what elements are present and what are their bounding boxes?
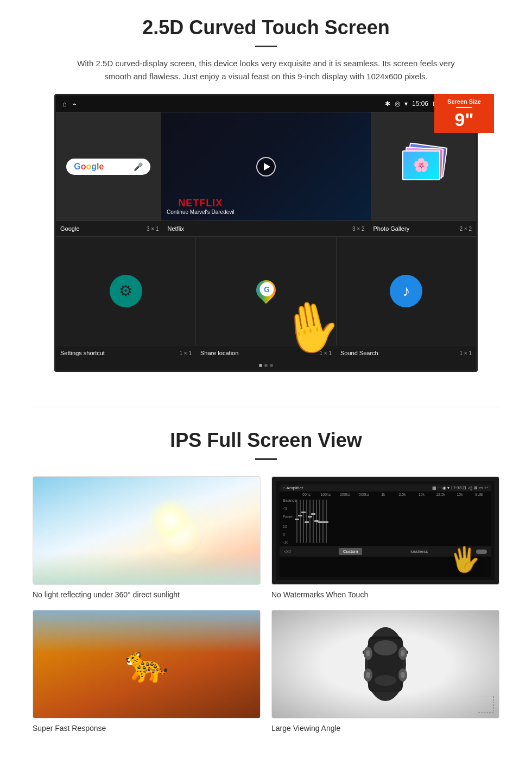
svg-rect-4	[370, 637, 401, 639]
netflix-overlay: NETFLIX Continue Marvel's Daredevil	[167, 198, 235, 215]
gmaps-g-letter: G	[259, 282, 274, 296]
sound-icon-wrap: ♪	[390, 275, 422, 307]
sun-glare	[155, 509, 204, 558]
status-bar: ⌂ ⌁ ✱ ◎ ▾ 15:06 ⊡ ◁) ⊠ ▭	[56, 96, 476, 112]
gallery-label: Photo Gallery 2 × 2	[369, 224, 477, 233]
screen-size-badge: Screen Size 9"	[434, 94, 494, 133]
amp-slider-6[interactable]	[313, 500, 314, 543]
ground-reflection	[33, 552, 260, 584]
google-search-bar[interactable]: Google 🎤	[66, 159, 150, 175]
netflix-subtitle: Continue Marvel's Daredevil	[167, 209, 235, 215]
device-screen: ⌂ ⌁ ✱ ◎ ▾ 15:06 ⊡ ◁) ⊠ ▭	[54, 94, 478, 372]
sound-label-dim: 1 × 1	[459, 350, 472, 356]
amp-level-labels: Balance ◁) Fader 10 0 -10	[283, 497, 296, 545]
netflix-play-button[interactable]	[256, 157, 276, 176]
google-mic-icon[interactable]: 🎤	[134, 162, 143, 171]
settings-gear-icon: ⚙	[119, 282, 132, 300]
section-divider	[33, 407, 499, 407]
google-logo: Google	[74, 162, 104, 172]
gmaps-pin-icon: G	[255, 280, 277, 302]
status-bar-left: ⌂ ⌁	[62, 100, 77, 108]
amp-status-bar: ⌂ Amplifier ▦ ··· ◉ ▾ 17:33 ⊡ ◁) ⊠ ▭ ↩	[280, 484, 491, 491]
sound-label-name: Sound Search	[340, 350, 378, 356]
curved-touch-screen-section: 2.5D Curved Touch Screen With 2.5D curve…	[0, 0, 532, 385]
feature-cheetah: 🐆 Super Fast Response	[33, 610, 261, 733]
photo-stack: 🌸	[402, 145, 446, 188]
viewing-angle-indicator	[474, 693, 496, 715]
cheetah-image: 🐆	[33, 610, 261, 718]
amp-slider-3[interactable]	[303, 500, 304, 543]
svg-point-14	[401, 672, 405, 678]
share-label-dim: 1 × 1	[319, 350, 332, 356]
amp-slider-1[interactable]	[296, 500, 297, 543]
settings-label-name: Settings shortcut	[60, 350, 105, 356]
svg-point-13	[366, 672, 370, 678]
location-icon: ◎	[395, 100, 400, 108]
settings-label-dim: 1 × 1	[179, 350, 192, 356]
sound-label: Sound Search 1 × 1	[336, 349, 476, 357]
amp-slider-2[interactable]	[300, 500, 301, 543]
settings-app-cell[interactable]: ⚙	[56, 237, 196, 345]
home-icon[interactable]: ⌂	[62, 100, 67, 108]
amp-slider-5[interactable]	[309, 500, 311, 543]
flower-icon: 🌸	[413, 157, 429, 173]
car-image	[271, 610, 499, 718]
section1-title: 2.5D Curved Touch Screen	[33, 16, 499, 39]
sound-search-app-cell[interactable]: ♪	[337, 237, 476, 345]
netflix-label: Netflix 3 × 2	[163, 224, 369, 233]
google-label-dim: 3 × 1	[147, 226, 159, 232]
amp-eq-area: Balance ◁) Fader 10 0 -10	[280, 496, 491, 546]
feature-amplifier: ⌂ Amplifier ▦ ··· ◉ ▾ 17:33 ⊡ ◁) ⊠ ▭ ↩ 6…	[271, 476, 499, 599]
section2-title: IPS Full Screen View	[33, 429, 499, 452]
google-app-cell[interactable]: Google 🎤	[56, 112, 161, 220]
device-mockup-wrapper: Screen Size 9" ⌂ ⌁ ✱ ◎ ▾ 15:06 ⊡ ◁) ⊠	[54, 94, 478, 372]
svg-point-11	[366, 650, 370, 657]
netflix-app-cell[interactable]: NETFLIX Continue Marvel's Daredevil	[161, 112, 371, 220]
feature-grid: No light reflecting under 360° direct su…	[33, 476, 499, 733]
netflix-label-name: Netflix	[168, 225, 185, 232]
app-labels-row-1: Google 3 × 1 Netflix 3 × 2 Photo Gallery…	[56, 220, 476, 236]
gallery-label-dim: 2 × 2	[459, 226, 472, 232]
amp-slider-8[interactable]	[319, 500, 320, 543]
feature-sunlight: No light reflecting under 360° direct su…	[33, 476, 261, 599]
google-label-name: Google	[60, 225, 79, 232]
usb-icon: ⌁	[72, 100, 77, 108]
share-location-app-cell[interactable]: G 🤚	[196, 237, 336, 345]
amplifier-caption: No Watermarks When Touch	[271, 590, 499, 599]
amp-screen: ⌂ Amplifier ▦ ··· ◉ ▾ 17:33 ⊡ ◁) ⊠ ▭ ↩ 6…	[280, 484, 491, 577]
settings-icon-wrap: ⚙	[110, 275, 142, 307]
section1-title-underline	[255, 46, 277, 47]
amp-slider-4[interactable]	[306, 500, 307, 543]
netflix-logo: NETFLIX	[167, 198, 235, 209]
section1-description: With 2.5D curved-display screen, this de…	[76, 57, 456, 83]
gmaps-pin-head: G	[252, 276, 280, 304]
app-row-2: ⚙ G 🤚	[56, 236, 476, 345]
app-row-1: Google 🎤 NETFLIX Continue Marvel's Dared…	[56, 112, 476, 220]
svg-point-12	[401, 650, 405, 657]
amp-slider-9[interactable]	[322, 500, 324, 543]
bluetooth-icon: ✱	[385, 100, 390, 108]
sunlight-image	[33, 476, 261, 585]
amplifier-image: ⌂ Amplifier ▦ ··· ◉ ▾ 17:33 ⊡ ◁) ⊠ ▭ ↩ 6…	[271, 476, 499, 585]
badge-size: 9"	[454, 109, 473, 130]
custom-button[interactable]: Custom	[339, 548, 363, 555]
dot-2	[264, 364, 268, 367]
badge-label: Screen Size	[440, 98, 489, 105]
wifi-icon: ▾	[404, 100, 408, 108]
amp-slider-10[interactable]	[326, 500, 327, 543]
section2-title-underline	[255, 458, 277, 460]
amp-slider-7[interactable]	[316, 500, 317, 543]
amp-freq-labels: 60hz 100hz 200hz 500hz 1k 2.5k 10k 12.5k…	[280, 491, 491, 496]
sunlight-caption: No light reflecting under 360° direct su…	[33, 590, 261, 599]
car-top-view-svg	[358, 621, 413, 708]
svg-point-3	[375, 675, 396, 686]
google-label: Google 3 × 1	[56, 224, 163, 233]
status-time: 15:06	[412, 100, 428, 108]
svg-point-2	[373, 640, 397, 655]
amp-sliders	[296, 497, 488, 545]
touch-hand-on-amp: 🖐	[449, 544, 482, 576]
page-indicator	[56, 361, 476, 370]
dot-3	[270, 364, 273, 367]
share-label-name: Share location	[200, 350, 238, 356]
share-label: Share location 1 × 1	[196, 349, 336, 357]
